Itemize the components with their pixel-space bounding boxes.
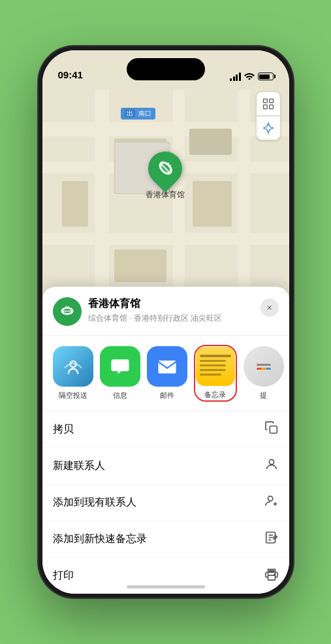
person-icon (264, 457, 279, 475)
map-south-entrance-label: 出 南口 (121, 108, 156, 120)
location-button[interactable] (257, 116, 280, 140)
messages-label: 信息 (113, 391, 127, 400)
svg-rect-14 (68, 306, 69, 308)
place-info: 香港体育馆 综合体育馆 · 香港特别行政区 油尖旺区 (88, 297, 260, 324)
share-messages[interactable]: 信息 (100, 346, 140, 400)
bottom-sheet: 香港体育馆 综合体育馆 · 香港特别行政区 油尖旺区 × (42, 287, 289, 594)
share-row: 隔空投送 信息 (42, 336, 289, 411)
svg-rect-27 (268, 575, 275, 580)
battery-icon (258, 72, 274, 80)
place-header: 香港体育馆 综合体育馆 · 香港特别行政区 油尖旺区 × (42, 297, 289, 336)
wifi-icon (244, 71, 255, 82)
place-name: 香港体育馆 (88, 297, 260, 311)
svg-rect-2 (263, 105, 267, 109)
airdrop-label: 隔空投送 (59, 391, 87, 400)
svg-rect-1 (269, 99, 273, 103)
place-icon (53, 297, 82, 326)
more-label: 提 (260, 391, 267, 400)
svg-rect-3 (269, 105, 273, 109)
status-icons (230, 71, 274, 82)
print-icon (264, 567, 279, 585)
airdrop-icon (53, 346, 93, 387)
home-indicator (127, 585, 205, 588)
svg-rect-0 (263, 99, 267, 103)
action-copy-label: 拷贝 (53, 423, 74, 436)
action-quick-note[interactable]: 添加到新快速备忘录 (42, 521, 289, 558)
stadium-marker[interactable]: 香港体育馆 (146, 152, 185, 201)
map-area[interactable]: 出 南口 (42, 50, 289, 325)
share-notes[interactable]: 备忘录 (194, 345, 237, 402)
action-list: 拷贝 新建联系人 (42, 411, 289, 594)
svg-rect-17 (158, 361, 176, 374)
place-subtitle: 综合体育馆 · 香港特别行政区 油尖旺区 (88, 313, 260, 324)
map-controls (257, 92, 280, 140)
action-print-label: 打印 (53, 569, 74, 583)
note-icon (264, 530, 279, 548)
copy-icon (264, 421, 279, 438)
messages-icon (100, 346, 140, 387)
status-time: 09:41 (58, 69, 83, 82)
person-add-icon (264, 494, 279, 511)
notes-icon (196, 347, 235, 386)
mail-label: 邮件 (160, 391, 174, 400)
action-add-contact-label: 添加到现有联系人 (53, 496, 136, 509)
phone-screen: 09:41 (42, 50, 289, 594)
action-new-contact-label: 新建联系人 (53, 459, 105, 473)
signal-icon (230, 72, 241, 81)
svg-rect-18 (270, 426, 277, 433)
share-more[interactable]: 提 (244, 346, 284, 400)
svg-rect-28 (269, 571, 274, 572)
notes-label: 备忘录 (204, 390, 226, 400)
action-add-contact[interactable]: 添加到现有联系人 (42, 485, 289, 521)
action-quick-note-label: 添加到新快速备忘录 (53, 532, 147, 546)
action-new-contact[interactable]: 新建联系人 (42, 448, 289, 485)
action-copy[interactable]: 拷贝 (42, 411, 289, 448)
dynamic-island (127, 58, 205, 80)
mail-icon (147, 346, 187, 387)
close-button[interactable]: × (260, 298, 279, 317)
share-mail[interactable]: 邮件 (147, 346, 187, 400)
phone-frame: 09:41 (39, 46, 293, 598)
svg-rect-12 (61, 310, 72, 312)
svg-point-29 (274, 574, 275, 575)
map-type-button[interactable] (257, 92, 280, 116)
share-airdrop[interactable]: 隔空投送 (53, 346, 93, 400)
svg-point-19 (269, 460, 274, 464)
svg-point-20 (268, 496, 272, 501)
